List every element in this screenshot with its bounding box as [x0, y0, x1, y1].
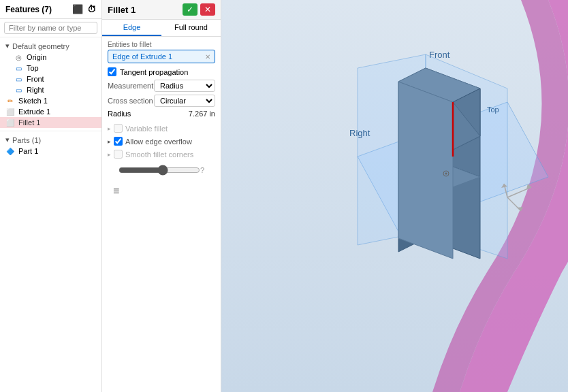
smooth-fillet-corners-label: Smooth fillet corners	[125, 150, 193, 159]
tree-item-front[interactable]: ▭ Front	[0, 74, 101, 84]
radius-row: Radius 7.267 in	[108, 110, 215, 118]
panel-title-group: Features (7)	[5, 5, 52, 14]
measurement-row: Measurement Radius	[108, 80, 215, 92]
filter-bar	[0, 19, 101, 37]
chevron-right-icon: ▸	[108, 138, 111, 145]
help-icon[interactable]: ?	[200, 166, 204, 174]
parts-label: Parts (1)	[12, 136, 41, 144]
label-top: Top	[487, 105, 499, 114]
tree-item-right[interactable]: ▭ Right	[0, 84, 101, 95]
variable-fillet-checkbox[interactable]	[114, 124, 123, 133]
radius-value: 7.267 in	[189, 110, 215, 118]
parts-header[interactable]: ▾ Parts (1)	[0, 134, 101, 146]
tree-item-label: Part 1	[18, 147, 38, 155]
part-icon: 🔷	[5, 148, 15, 155]
cross-section-row: Cross section Circular	[108, 95, 215, 107]
3d-viewport[interactable]: Front Right Top	[221, 0, 568, 392]
entity-clear-icon[interactable]: ✕	[205, 53, 210, 61]
tree-item-origin[interactable]: ◎ Origin	[0, 52, 101, 63]
dialog-header: Fillet 1 ✓ ✕	[102, 0, 221, 20]
filter-input[interactable]	[4, 22, 97, 34]
panel-title: Features (7)	[5, 5, 52, 14]
tree-item-sketch1[interactable]: ✏ Sketch 1	[0, 95, 101, 106]
tree-item-fillet1[interactable]: ⬜ Fillet 1	[0, 117, 101, 128]
chevron-down-icon: ▾	[5, 42, 10, 50]
plane-icon: ▭	[14, 86, 23, 94]
tree-item-label: Fillet 1	[18, 118, 40, 127]
notes-icon[interactable]: ≡	[108, 180, 215, 203]
cross-section-label: Cross section	[108, 97, 153, 105]
ok-button[interactable]: ✓	[183, 3, 198, 16]
tree-item-label: Right	[27, 86, 44, 94]
viewport-canvas: Front Right Top	[221, 0, 568, 392]
section-label: Default geometry	[12, 42, 69, 50]
entity-box[interactable]: Edge of Extrude 1 ✕	[108, 50, 215, 63]
tree-item-label: Front	[27, 75, 44, 83]
radius-label: Radius	[108, 110, 131, 118]
variable-fillet-row[interactable]: ▸ Variable fillet	[108, 122, 215, 135]
tree-item-top[interactable]: ▭ Top	[0, 63, 101, 74]
tree-item-label: Sketch 1	[18, 97, 48, 105]
chevron-right-icon: ▸	[108, 125, 111, 132]
chevron-down-icon: ▾	[5, 135, 10, 144]
cross-section-select[interactable]: Circular	[154, 95, 215, 107]
clock-icon[interactable]: ⏱	[87, 4, 96, 14]
tree-item-part1[interactable]: 🔷 Part 1	[0, 146, 101, 157]
tab-full-round[interactable]: Full round	[161, 20, 221, 36]
slider-container: ?	[108, 161, 215, 180]
extrude-icon: ⬜	[5, 108, 15, 116]
tangent-propagation-checkbox[interactable]	[108, 67, 116, 76]
svg-point-15	[445, 173, 447, 175]
smooth-fillet-corners-row[interactable]: ▸ Smooth fillet corners	[108, 148, 215, 161]
smooth-fillet-corners-checkbox[interactable]	[114, 150, 123, 159]
feature-tree: ▾ Default geometry ◎ Origin ▭ Top ▭ Fron…	[0, 37, 101, 392]
label-front: Front	[429, 50, 450, 60]
label-right: Right	[349, 128, 370, 138]
radius-slider[interactable]	[119, 165, 200, 176]
entity-value: Edge of Extrude 1	[112, 52, 172, 61]
measurement-label: Measurement	[108, 82, 153, 90]
features-panel: Features (7) ⬛ ⏱ ▾ Default geometry ◎ Or…	[0, 0, 102, 392]
origin-icon: ◎	[14, 54, 23, 61]
tree-item-label: Extrude 1	[18, 108, 50, 116]
allow-edge-overflow-label: Allow edge overflow	[125, 137, 192, 146]
fillet-dialog: Fillet 1 ✓ ✕ Edge Full round Entities to…	[102, 0, 221, 392]
tab-edge[interactable]: Edge	[102, 20, 161, 36]
tangent-propagation-label: Tangent propagation	[120, 68, 188, 76]
sketch-icon: ✏	[5, 97, 15, 105]
plane-icon: ▭	[14, 65, 23, 72]
entities-label: Entities to fillet	[108, 41, 215, 48]
measurement-select[interactable]: Radius	[154, 80, 215, 92]
default-geometry-header[interactable]: ▾ Default geometry	[0, 40, 101, 52]
plane-icon: ▭	[14, 76, 23, 83]
camera-icon[interactable]: ⬛	[72, 4, 83, 14]
tree-item-extrude1[interactable]: ⬜ Extrude 1	[0, 106, 101, 117]
panel-header-icons: ⬛ ⏱	[72, 4, 96, 14]
allow-edge-overflow-checkbox[interactable]	[114, 137, 123, 146]
chevron-right-icon: ▸	[108, 151, 111, 158]
tree-item-label: Top	[27, 64, 39, 72]
allow-edge-overflow-row[interactable]: ▸ Allow edge overflow	[108, 135, 215, 148]
dialog-actions: ✓ ✕	[183, 3, 215, 16]
cancel-button[interactable]: ✕	[200, 3, 215, 16]
dialog-title: Fillet 1	[108, 5, 136, 15]
variable-fillet-label: Variable fillet	[125, 125, 168, 133]
fillet-icon: ⬜	[5, 119, 15, 127]
tab-bar: Edge Full round	[102, 20, 221, 37]
dialog-body: Entities to fillet Edge of Extrude 1 ✕ T…	[102, 37, 221, 392]
tangent-propagation-row: Tangent propagation	[108, 67, 215, 76]
svg-marker-12	[398, 82, 453, 259]
panel-header: Features (7) ⬛ ⏱	[0, 0, 101, 19]
tree-item-label: Origin	[27, 53, 46, 61]
